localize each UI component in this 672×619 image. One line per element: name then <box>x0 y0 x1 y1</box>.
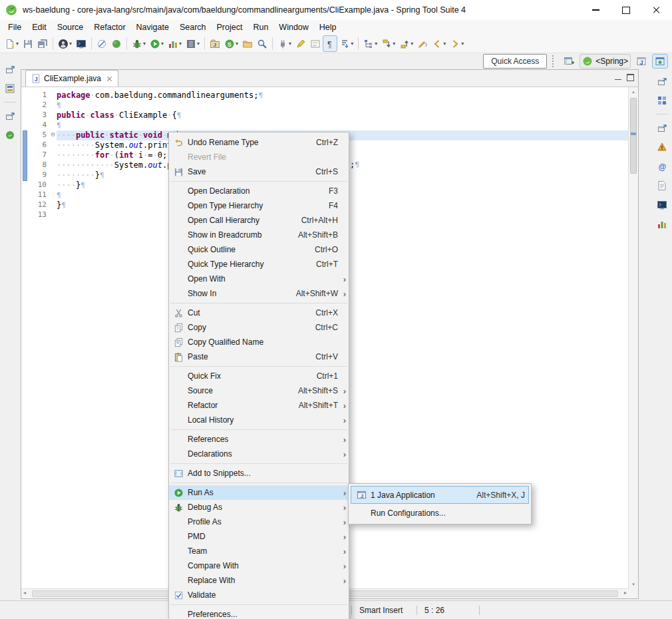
search-icon[interactable] <box>255 35 269 52</box>
plugin-icon[interactable] <box>275 35 293 52</box>
quick-access-button[interactable]: Quick Access <box>483 54 547 69</box>
maximize-button[interactable] <box>611 0 641 20</box>
dropdown-caret-icon[interactable] <box>179 41 182 47</box>
code-text[interactable]: package·com.baeldung.commandlineargument… <box>57 91 629 101</box>
coverage-view-icon[interactable] <box>654 216 670 232</box>
problems-icon[interactable] <box>654 139 670 155</box>
menu-item-preferences[interactable]: Preferences... <box>169 607 349 619</box>
forward-icon[interactable] <box>448 35 466 52</box>
menu-item-compare-with[interactable]: Compare With <box>169 558 349 573</box>
active-perspective-icon[interactable] <box>652 54 668 69</box>
mark-occurrences-icon[interactable] <box>308 35 323 52</box>
open-console-icon[interactable] <box>74 35 88 52</box>
dropdown-caret-icon[interactable] <box>351 41 353 47</box>
menu-item-profile-as[interactable]: Profile As <box>169 515 349 529</box>
dropdown-caret-icon[interactable] <box>411 41 413 47</box>
new-wizard-icon[interactable] <box>3 35 21 52</box>
spring-starter-project-icon[interactable]: S <box>222 35 240 52</box>
menu-window[interactable]: Window <box>273 21 313 34</box>
java-perspective-icon[interactable]: J <box>633 54 649 69</box>
sort-icon[interactable] <box>337 35 355 52</box>
submenu-item-1-java-application[interactable]: J1 Java ApplicationAlt+Shift+X, J <box>351 486 529 504</box>
menu-refactor[interactable]: Refactor <box>88 21 130 34</box>
new-java-project-icon[interactable]: J <box>208 35 222 52</box>
scroll-down-icon[interactable] <box>629 582 638 587</box>
vertical-scroll-thumb[interactable] <box>630 98 637 174</box>
menu-item-validate[interactable]: Validate <box>169 588 349 602</box>
dropdown-caret-icon[interactable] <box>375 41 377 47</box>
restore-package-explorer-icon[interactable] <box>2 61 18 77</box>
dropdown-caret-icon[interactable] <box>197 41 200 47</box>
menu-item-open-type-hierarchy[interactable]: Open Type HierarchyF4 <box>169 198 349 213</box>
menu-item-add-to-snippets[interactable]: Add to Snippets... <box>169 466 349 481</box>
menu-item-copy[interactable]: CopyCtrl+C <box>169 320 349 335</box>
code-text[interactable]: ¶ <box>57 101 629 110</box>
code-text[interactable]: ¶ <box>57 120 629 130</box>
menu-item-revert-file[interactable]: Revert File <box>169 150 349 164</box>
back-icon[interactable] <box>430 35 448 52</box>
open-perspective-icon[interactable] <box>561 54 577 69</box>
menu-item-source[interactable]: SourceAlt+Shift+S <box>169 383 349 398</box>
menu-navigate[interactable]: Navigate <box>131 21 174 34</box>
dropdown-caret-icon[interactable] <box>143 41 146 47</box>
menu-file[interactable]: File <box>3 21 27 34</box>
vertical-scrollbar[interactable] <box>628 87 638 589</box>
menu-run[interactable]: Run <box>248 21 273 34</box>
resume-icon[interactable] <box>109 35 124 52</box>
declaration-icon[interactable] <box>654 178 670 194</box>
menu-item-refactor[interactable]: RefactorAlt+Shift+T <box>169 398 349 413</box>
tab-cliexample[interactable]: J CliExample.java <box>25 70 118 87</box>
spring-perspective-button[interactable]: <Spring> <box>580 54 631 69</box>
outline-icon[interactable] <box>654 93 670 108</box>
scroll-up-icon[interactable] <box>629 89 638 95</box>
javadoc-icon[interactable]: @ <box>654 158 670 174</box>
menu-source[interactable]: Source <box>52 21 89 34</box>
package-explorer-icon[interactable] <box>2 81 18 97</box>
previous-annotation-icon[interactable] <box>397 35 415 52</box>
menu-item-show-in-breadcrumb[interactable]: Show in BreadcrumbAlt+Shift+B <box>169 228 349 242</box>
menu-item-open-declaration[interactable]: Open DeclarationF3 <box>169 184 349 198</box>
maximize-view-icon[interactable] <box>627 74 634 81</box>
menu-item-quick-fix[interactable]: Quick FixCtrl+1 <box>169 369 349 383</box>
coverage-icon[interactable] <box>166 35 184 52</box>
menu-item-debug-as[interactable]: Debug As <box>169 500 349 515</box>
menu-help[interactable]: Help <box>314 21 342 34</box>
open-resource-icon[interactable] <box>240 35 255 52</box>
save-all-icon[interactable] <box>35 35 50 52</box>
minimize-button[interactable] <box>580 0 611 20</box>
code-text[interactable]: public·class·CliExample·{¶ <box>57 110 629 120</box>
menu-item-declarations[interactable]: Declarations <box>169 447 349 461</box>
boot-dashboard-icon[interactable] <box>2 127 18 143</box>
dropdown-caret-icon[interactable] <box>443 41 446 47</box>
restore-boot-dashboard-icon[interactable] <box>2 108 18 124</box>
last-edit-location-icon[interactable] <box>415 35 430 52</box>
menu-item-show-in[interactable]: Show InAlt+Shift+W <box>169 286 349 301</box>
menu-search[interactable]: Search <box>174 21 212 34</box>
dropdown-caret-icon[interactable] <box>69 41 72 47</box>
close-button[interactable] <box>641 0 672 20</box>
skip-all-breakpoints-icon[interactable] <box>94 35 109 52</box>
dropdown-caret-icon[interactable] <box>461 41 464 47</box>
restore-outline-icon[interactable] <box>654 73 670 89</box>
run-icon[interactable] <box>148 35 166 52</box>
menu-item-paste[interactable]: PasteCtrl+V <box>169 349 349 364</box>
menu-item-quick-outline[interactable]: Quick OutlineCtrl+O <box>169 242 349 257</box>
menu-item-team[interactable]: Team <box>169 544 349 558</box>
show-whitespace-icon[interactable]: ¶ <box>323 35 337 52</box>
menu-item-open-call-hierarchy[interactable]: Open Call HierarchyCtrl+Alt+H <box>169 213 349 228</box>
dropdown-caret-icon[interactable] <box>236 41 238 47</box>
external-tools-icon[interactable] <box>184 35 202 52</box>
menu-item-copy-qualified-name[interactable]: Copy Qualified Name <box>169 335 349 349</box>
menu-item-quick-type-hierarchy[interactable]: Quick Type HierarchyCtrl+T <box>169 257 349 272</box>
toggle-highlight-icon[interactable] <box>293 35 308 52</box>
menu-item-cut[interactable]: CutCtrl+X <box>169 306 349 320</box>
menu-item-undo-rename-type[interactable]: Undo Rename TypeCtrl+Z <box>169 135 349 150</box>
menu-item-save[interactable]: SaveCtrl+S <box>169 164 349 179</box>
menu-item-local-history[interactable]: Local History <box>169 413 349 427</box>
menu-item-references[interactable]: References <box>169 432 349 447</box>
scroll-left-icon[interactable] <box>23 590 26 596</box>
type-hierarchy-icon[interactable] <box>361 35 379 52</box>
menu-item-open-with[interactable]: Open With <box>169 272 349 286</box>
menu-item-run-as[interactable]: Run As <box>169 485 349 500</box>
dropdown-caret-icon[interactable] <box>393 41 395 47</box>
